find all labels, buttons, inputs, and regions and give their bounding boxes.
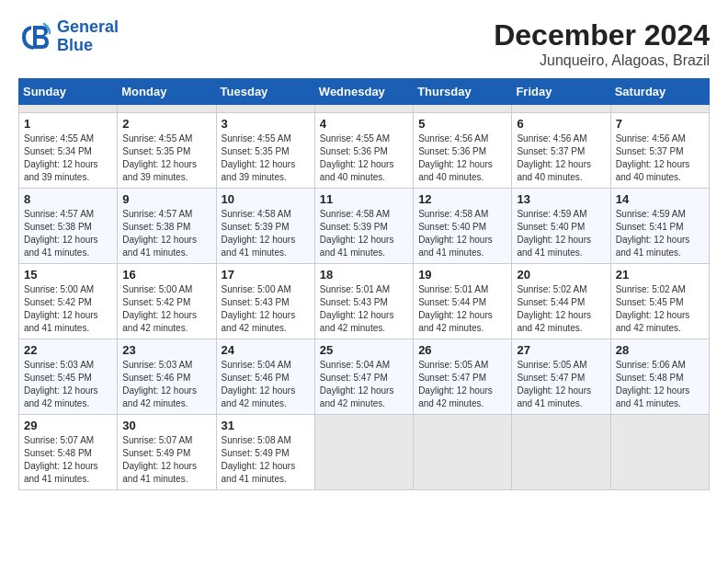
calendar-cell: 26 Sunrise: 5:05 AM Sunset: 5:47 PM Dayl… [414,339,512,415]
day-info: Sunrise: 5:00 AM Sunset: 5:43 PM Dayligh… [222,283,310,335]
calendar-cell [414,105,512,113]
day-info: Sunrise: 5:08 AM Sunset: 5:49 PM Dayligh… [222,434,310,486]
calendar-cell: 21 Sunrise: 5:02 AM Sunset: 5:45 PM Dayl… [610,264,709,339]
day-number: 30 [122,419,210,432]
calendar-cell: 18 Sunrise: 5:01 AM Sunset: 5:43 PM Dayl… [314,264,413,339]
day-info: Sunrise: 4:58 AM Sunset: 5:40 PM Dayligh… [418,208,506,259]
calendar-cell: 10 Sunrise: 4:58 AM Sunset: 5:39 PM Dayl… [216,189,314,264]
calendar-cell [512,415,610,490]
day-info: Sunrise: 5:02 AM Sunset: 5:44 PM Dayligh… [517,283,605,335]
calendar-cell: 22 Sunrise: 5:03 AM Sunset: 5:45 PM Dayl… [19,339,118,415]
calendar-week-1: 1 Sunrise: 4:55 AM Sunset: 5:34 PM Dayli… [19,113,710,189]
day-info: Sunrise: 5:00 AM Sunset: 5:42 PM Dayligh… [24,283,112,335]
day-number: 12 [418,192,506,206]
day-number: 19 [418,268,506,282]
day-info: Sunrise: 4:55 AM Sunset: 5:36 PM Dayligh… [320,132,408,184]
calendar-cell: 24 Sunrise: 5:04 AM Sunset: 5:46 PM Dayl… [216,339,314,415]
calendar-week-0 [19,105,710,113]
day-number: 27 [517,343,605,357]
calendar-cell [314,415,413,490]
day-info: Sunrise: 5:05 AM Sunset: 5:47 PM Dayligh… [517,359,605,410]
day-number: 31 [222,419,310,432]
day-info: Sunrise: 5:03 AM Sunset: 5:45 PM Dayligh… [24,359,112,410]
day-info: Sunrise: 4:57 AM Sunset: 5:38 PM Dayligh… [24,208,112,259]
day-info: Sunrise: 5:07 AM Sunset: 5:49 PM Dayligh… [122,434,210,486]
calendar-cell [118,105,216,113]
calendar-cell: 31 Sunrise: 5:08 AM Sunset: 5:49 PM Dayl… [216,415,314,490]
day-number: 9 [122,192,210,206]
calendar-cell: 28 Sunrise: 5:06 AM Sunset: 5:48 PM Dayl… [610,339,709,415]
day-number: 15 [24,268,112,282]
day-info: Sunrise: 5:07 AM Sunset: 5:48 PM Dayligh… [24,434,112,486]
day-number: 13 [517,192,605,206]
calendar-cell: 16 Sunrise: 5:00 AM Sunset: 5:42 PM Dayl… [118,264,216,339]
calendar-cell: 6 Sunrise: 4:56 AM Sunset: 5:37 PM Dayli… [512,113,610,189]
day-info: Sunrise: 5:05 AM Sunset: 5:47 PM Dayligh… [418,359,506,410]
day-info: Sunrise: 5:02 AM Sunset: 5:45 PM Dayligh… [616,283,704,335]
day-number: 10 [222,192,310,206]
calendar-cell: 3 Sunrise: 4:55 AM Sunset: 5:35 PM Dayli… [216,113,314,189]
location: Junqueiro, Alagoas, Brazil [494,52,710,69]
day-number: 23 [122,343,210,357]
calendar-cell: 8 Sunrise: 4:57 AM Sunset: 5:38 PM Dayli… [19,189,118,264]
calendar-cell: 23 Sunrise: 5:03 AM Sunset: 5:46 PM Dayl… [118,339,216,415]
day-number: 14 [616,192,704,206]
calendar-cell: 11 Sunrise: 4:58 AM Sunset: 5:39 PM Dayl… [314,189,413,264]
calendar-week-3: 15 Sunrise: 5:00 AM Sunset: 5:42 PM Dayl… [19,264,710,339]
day-number: 24 [222,343,310,357]
day-number: 6 [517,117,605,131]
calendar-cell [314,105,413,113]
page-header: General Blue December 2024 Junqueiro, Al… [18,18,710,69]
day-number: 4 [320,117,408,131]
calendar-cell: 7 Sunrise: 4:56 AM Sunset: 5:37 PM Dayli… [610,113,709,189]
day-info: Sunrise: 4:56 AM Sunset: 5:37 PM Dayligh… [616,132,704,184]
day-number: 22 [24,343,112,357]
calendar-week-5: 29 Sunrise: 5:07 AM Sunset: 5:48 PM Dayl… [19,415,710,490]
day-number: 8 [24,192,112,206]
day-info: Sunrise: 5:03 AM Sunset: 5:46 PM Dayligh… [122,359,210,410]
calendar-cell: 4 Sunrise: 4:55 AM Sunset: 5:36 PM Dayli… [314,113,413,189]
calendar-cell [512,105,610,113]
logo-text: General Blue [57,18,119,55]
col-tuesday: Tuesday [216,79,314,105]
calendar-cell: 30 Sunrise: 5:07 AM Sunset: 5:49 PM Dayl… [118,415,216,490]
calendar-cell: 25 Sunrise: 5:04 AM Sunset: 5:47 PM Dayl… [314,339,413,415]
day-info: Sunrise: 5:04 AM Sunset: 5:46 PM Dayligh… [222,359,310,410]
calendar-header-row: Sunday Monday Tuesday Wednesday Thursday… [19,79,710,105]
col-wednesday: Wednesday [314,79,413,105]
calendar-cell [19,105,118,113]
calendar-cell: 1 Sunrise: 4:55 AM Sunset: 5:34 PM Dayli… [19,113,118,189]
calendar-cell [216,105,314,113]
day-number: 7 [616,117,704,131]
day-number: 1 [24,117,112,131]
calendar-cell: 17 Sunrise: 5:00 AM Sunset: 5:43 PM Dayl… [216,264,314,339]
calendar-cell [414,415,512,490]
col-monday: Monday [118,79,216,105]
day-number: 26 [418,343,506,357]
col-thursday: Thursday [414,79,512,105]
day-number: 17 [222,268,310,282]
day-number: 2 [122,117,210,131]
calendar-cell: 19 Sunrise: 5:01 AM Sunset: 5:44 PM Dayl… [414,264,512,339]
day-info: Sunrise: 5:04 AM Sunset: 5:47 PM Dayligh… [320,359,408,410]
calendar-cell: 12 Sunrise: 4:58 AM Sunset: 5:40 PM Dayl… [414,189,512,264]
day-number: 16 [122,268,210,282]
day-number: 5 [418,117,506,131]
logo: General Blue [18,18,119,55]
day-number: 18 [320,268,408,282]
day-info: Sunrise: 4:55 AM Sunset: 5:35 PM Dayligh… [222,132,310,184]
day-info: Sunrise: 5:01 AM Sunset: 5:43 PM Dayligh… [320,283,408,335]
title-block: December 2024 Junqueiro, Alagoas, Brazil [494,18,710,69]
calendar-week-4: 22 Sunrise: 5:03 AM Sunset: 5:45 PM Dayl… [19,339,710,415]
day-number: 21 [616,268,704,282]
calendar-cell: 15 Sunrise: 5:00 AM Sunset: 5:42 PM Dayl… [19,264,118,339]
calendar-cell: 13 Sunrise: 4:59 AM Sunset: 5:40 PM Dayl… [512,189,610,264]
day-number: 28 [616,343,704,357]
calendar-cell: 5 Sunrise: 4:56 AM Sunset: 5:36 PM Dayli… [414,113,512,189]
day-info: Sunrise: 4:59 AM Sunset: 5:41 PM Dayligh… [616,208,704,259]
day-info: Sunrise: 4:56 AM Sunset: 5:37 PM Dayligh… [517,132,605,184]
day-info: Sunrise: 4:55 AM Sunset: 5:35 PM Dayligh… [122,132,210,184]
day-info: Sunrise: 5:00 AM Sunset: 5:42 PM Dayligh… [122,283,210,335]
calendar-cell: 2 Sunrise: 4:55 AM Sunset: 5:35 PM Dayli… [118,113,216,189]
day-info: Sunrise: 5:06 AM Sunset: 5:48 PM Dayligh… [616,359,704,410]
